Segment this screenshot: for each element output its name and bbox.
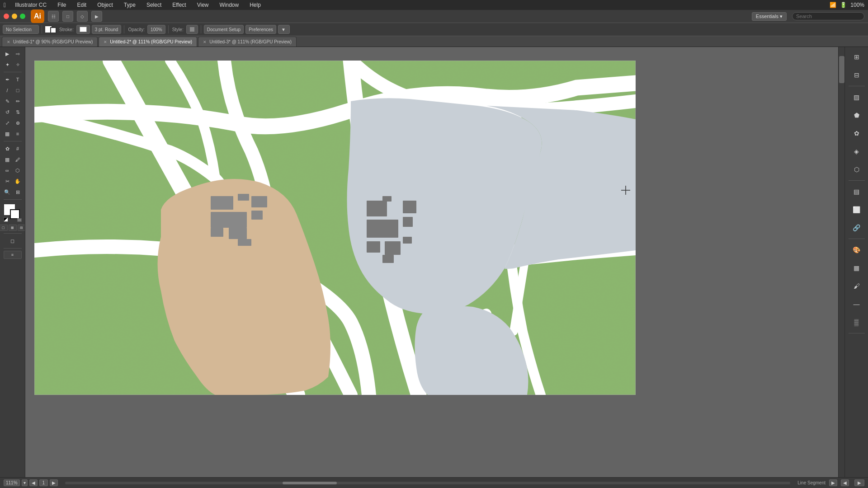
reflect-tool[interactable]: ⇅ [13, 107, 23, 117]
minimize-button[interactable] [12, 14, 17, 19]
stroke-panel-button[interactable]: — [849, 296, 865, 312]
gradient-tool[interactable]: ▦ [2, 155, 12, 164]
maximize-button[interactable] [20, 14, 25, 19]
preferences-button[interactable]: Preferences [245, 25, 276, 34]
selection-tool[interactable]: ▶ [2, 49, 12, 59]
extra-options-button[interactable]: ▼ [278, 25, 290, 34]
prev-page-button[interactable]: ◀ [29, 479, 38, 486]
gradient-fill-mode[interactable]: ▦ [9, 225, 17, 231]
tab-1[interactable]: ✕ Untitled-1* @ 90% (RGB/GPU Preview) [2, 37, 98, 47]
draw-mode-row: ◻ [8, 236, 18, 246]
stroke-weight-input[interactable]: 3 pt. Round [92, 25, 122, 34]
direct-selection-tool[interactable]: ⇨ [13, 49, 23, 59]
panel-icon-2[interactable]: □ [62, 11, 73, 22]
mesh-tool[interactable]: # [13, 144, 23, 154]
close-button[interactable] [4, 14, 9, 19]
style-picker[interactable] [186, 25, 198, 34]
panel-icon-4[interactable]: ▶ [91, 11, 102, 22]
shape-builder-button[interactable]: ⬟ [849, 107, 865, 123]
zoom-value-display[interactable]: 111% [4, 479, 20, 486]
align-panel-button[interactable]: ⊟ [849, 67, 865, 83]
bar-graph-tool[interactable]: ≡ [13, 129, 23, 139]
scroll-right-button[interactable]: ▶ [854, 479, 864, 486]
none-color-icon[interactable] [17, 218, 22, 222]
pen-tool[interactable]: ✒ [2, 75, 12, 84]
search-input[interactable] [792, 12, 864, 20]
column-graph-tool[interactable]: ▦ [2, 129, 12, 139]
menu-type[interactable]: Type [122, 2, 137, 8]
symbol-tool[interactable]: ✿ [2, 144, 12, 154]
rotate-tool[interactable]: ↺ [2, 107, 12, 117]
hand-tool[interactable]: ✋ [13, 176, 23, 186]
appearance-button[interactable]: ◈ [849, 143, 865, 160]
essentials-button[interactable]: Essentials ▾ [752, 12, 787, 21]
menu-select[interactable]: Select [145, 2, 163, 8]
right-sep-3 [849, 239, 865, 239]
paintbrush-tool[interactable]: ✎ [2, 96, 12, 106]
draw-normal-mode[interactable]: ◻ [8, 236, 18, 246]
lasso-tool[interactable]: ✧ [13, 60, 23, 70]
tab-1-close[interactable]: ✕ [7, 40, 10, 44]
swap-colors-icon[interactable] [4, 217, 8, 222]
pencil-tool[interactable]: ✏ [13, 96, 23, 106]
warp-tool[interactable]: ⊕ [13, 118, 23, 128]
vertical-scroll-thumb[interactable] [839, 56, 844, 83]
tab-2[interactable]: ✕ Untitled-2* @ 111% (RGB/GPU Preview) [99, 37, 197, 47]
apple-menu[interactable]:  [4, 1, 6, 9]
menu-help[interactable]: Help [248, 2, 263, 8]
type-tool[interactable]: T [13, 75, 23, 84]
menu-object[interactable]: Object [95, 2, 115, 8]
panel-options-button[interactable]: ≡ [4, 251, 22, 259]
artboards-button[interactable]: ⬜ [849, 202, 865, 218]
zoom-tool[interactable]: 🔍 [2, 187, 12, 197]
horizontal-scrollbar[interactable] [65, 482, 790, 484]
line-tool[interactable]: / [2, 85, 12, 95]
stroke-color-box[interactable] [50, 27, 57, 33]
gradient-panel-button[interactable]: ▒ [849, 314, 865, 330]
stroke-color-picker[interactable] [76, 25, 90, 34]
transform-panel-button[interactable]: ⊞ [849, 49, 865, 65]
panel-icon-3[interactable]: ◇ [77, 11, 88, 22]
pathfinder-button[interactable]: ▨ [849, 89, 865, 105]
status-prev-button[interactable]: ◀ [841, 479, 849, 486]
menu-file[interactable]: File [56, 2, 68, 8]
live-paint-tool[interactable]: ⬡ [13, 165, 23, 175]
map-canvas[interactable] [34, 61, 636, 395]
swatches-button[interactable]: ▦ [849, 260, 865, 276]
tab-3-close[interactable]: ✕ [203, 40, 207, 44]
horizontal-scroll-thumb[interactable] [283, 482, 337, 484]
canvas-area[interactable] [25, 47, 844, 477]
menu-view[interactable]: View [195, 2, 211, 8]
color-panel-button[interactable]: 🎨 [849, 242, 865, 258]
layers-button[interactable]: ▤ [849, 183, 865, 200]
vertical-scrollbar[interactable] [838, 47, 844, 477]
solid-fill-mode[interactable]: ▢ [0, 225, 8, 231]
scissors-tool[interactable]: ✂ [2, 176, 12, 186]
brushes-button[interactable]: 🖌 [849, 278, 865, 294]
zoom-dropdown-button[interactable]: ▾ [22, 479, 28, 486]
tab-3[interactable]: ✕ Untitled-3* @ 111% (RGB/GPU Preview) [198, 37, 297, 47]
menu-illustrator[interactable]: Illustrator CC [13, 2, 48, 8]
rect-tool[interactable]: □ [13, 85, 23, 95]
scale-tool[interactable]: ⤢ [2, 118, 12, 128]
magic-wand-tool[interactable]: ✦ [2, 60, 12, 70]
tab-2-label: Untitled-2* @ 111% (RGB/GPU Preview) [110, 39, 192, 44]
graphic-styles-button[interactable]: ⬡ [849, 161, 865, 178]
blend-tool[interactable]: ∞ [2, 165, 12, 175]
menu-edit[interactable]: Edit [75, 2, 88, 8]
menu-window[interactable]: Window [218, 2, 241, 8]
symbol-panel-button[interactable]: ✿ [849, 125, 865, 141]
panel-icon-1[interactable]: ☷ [48, 11, 59, 22]
tab-2-close[interactable]: ✕ [104, 40, 107, 44]
status-options-button[interactable]: ▶ [829, 479, 837, 486]
opacity-input[interactable]: 100% [147, 25, 165, 34]
menu-effect[interactable]: Effect [170, 2, 188, 8]
links-button[interactable]: 🔗 [849, 220, 865, 236]
document-setup-button[interactable]: Document Setup [204, 25, 244, 34]
pattern-fill-mode[interactable]: ▤ [18, 225, 26, 231]
eyedropper-tool[interactable]: 🖉 [13, 155, 23, 164]
stroke-swatch[interactable] [10, 209, 20, 219]
opacity-label: Opacity: [128, 27, 145, 32]
next-page-button[interactable]: ▶ [50, 479, 58, 486]
perspective-grid-tool[interactable]: ⊞ [13, 187, 23, 197]
